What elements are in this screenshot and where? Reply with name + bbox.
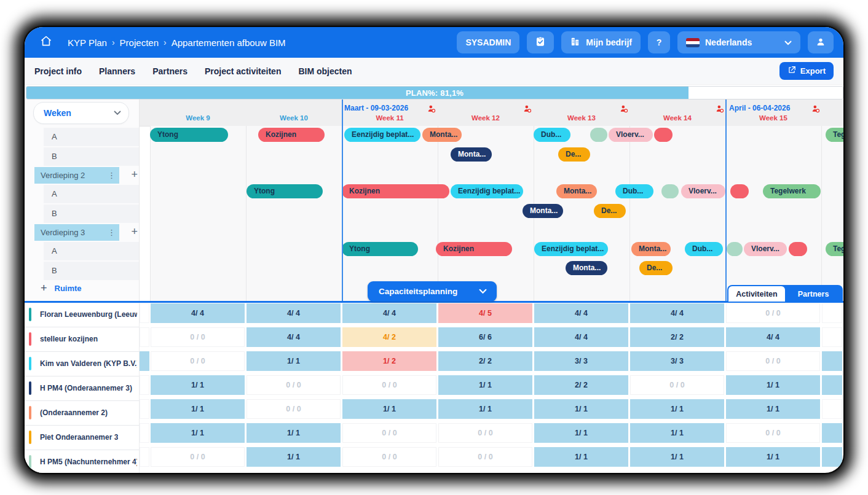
table-row[interactable]: H PM5 (Nachunternehmer 4) — [25, 450, 139, 473]
capacity-cell[interactable]: 1/ 1 — [247, 447, 341, 467]
gantt-bar[interactable] — [654, 128, 673, 142]
capacity-cell[interactable]: 1/ 1 — [151, 423, 245, 443]
sidebar-item-room[interactable]: A — [25, 184, 139, 204]
gantt-bar[interactable]: Ytong — [150, 128, 228, 142]
resource-warning-icon[interactable] — [427, 104, 436, 113]
sysadmin-button[interactable]: SYSADMIN — [457, 31, 519, 53]
capacity-cell[interactable]: 1/ 1 — [151, 399, 245, 419]
tab-activiteiten[interactable]: Activiteiten — [728, 286, 785, 302]
gantt-bar[interactable]: Tegelwerk — [826, 128, 843, 142]
gantt-bar[interactable]: Monta... — [523, 204, 563, 218]
gantt-bar[interactable]: Dub... — [685, 242, 723, 256]
table-row[interactable]: stelleur kozijnen — [25, 327, 139, 352]
capacity-cell[interactable]: 1/ 1 — [630, 447, 724, 467]
add-icon[interactable]: + — [131, 168, 138, 181]
sidebar-item-room[interactable]: B — [25, 204, 139, 224]
capacity-cell[interactable]: 0 / 0 — [247, 375, 341, 395]
capacity-cell[interactable]: 4/ 4 — [630, 303, 724, 323]
kebab-menu-icon[interactable]: ⋮ — [108, 228, 116, 236]
capacity-cell[interactable]: 1/ 1 — [151, 375, 245, 395]
resource-warning-icon[interactable] — [620, 104, 628, 113]
gantt-bar[interactable]: Kozijnen — [342, 184, 449, 198]
add-room-button[interactable]: + Ruimte — [41, 282, 82, 295]
capacity-cell[interactable]: 0 / 0 — [438, 447, 532, 467]
capacity-cell[interactable]: 1/ 1 — [438, 399, 532, 419]
capacity-cell[interactable]: 1/ 1 — [726, 375, 820, 395]
nav-link-project-info[interactable]: Project info — [34, 66, 82, 76]
gantt-bar[interactable] — [661, 184, 679, 198]
capacity-cell[interactable]: 4/ 4 — [726, 327, 820, 347]
sidebar-item-room[interactable]: B — [25, 147, 139, 166]
capacity-cell[interactable]: 0 / 0 — [726, 303, 820, 323]
gantt-bar[interactable]: Eenzijdig beplat... — [534, 242, 608, 256]
nav-link-bim-objecten[interactable]: BIM objecten — [298, 66, 352, 76]
capacity-cell[interactable]: 1/ 2 — [342, 351, 436, 371]
sidebar-item-floor[interactable]: Verdieping 3⋮+ — [25, 224, 139, 241]
capacity-cell[interactable]: 1/ 1 — [726, 447, 820, 467]
capacity-cell[interactable]: 3/ 3 — [630, 351, 724, 371]
capacity-cell[interactable]: 0 / 0 — [342, 375, 436, 395]
nav-link-planners[interactable]: Planners — [99, 66, 135, 76]
capacity-cell[interactable]: 4/ 4 — [247, 303, 341, 323]
gantt-bar[interactable]: De... — [594, 204, 626, 218]
capacity-cell[interactable]: 0 / 0 — [438, 423, 532, 443]
capacity-cell[interactable]: 1/ 1 — [534, 447, 628, 467]
gantt-bar[interactable] — [590, 128, 607, 142]
capacity-cell[interactable]: 4/ 4 — [534, 303, 628, 323]
table-row[interactable]: (Onderaannemer 2) — [25, 401, 139, 426]
capacity-cell[interactable]: 4/ 4 — [342, 303, 436, 323]
capacity-cell[interactable]: 2/ 2 — [534, 375, 628, 395]
gantt-bar[interactable]: Monta... — [422, 128, 462, 142]
capacity-cell[interactable]: 4/ 4 — [247, 327, 341, 347]
capacity-dropdown-button[interactable]: Capaciteitsplanning — [368, 281, 497, 302]
gantt-bar[interactable] — [730, 184, 749, 198]
capacity-cell[interactable]: 3/ 3 — [534, 351, 628, 371]
capacity-cell[interactable]: 1/ 1 — [630, 423, 724, 443]
capacity-cell[interactable]: 2/ 2 — [438, 351, 532, 371]
capacity-cell[interactable]: 0 / 0 — [151, 351, 245, 371]
table-row[interactable]: Piet Onderaannemer 3 — [25, 426, 139, 450]
sidebar-item-room[interactable]: A — [25, 127, 139, 147]
capacity-cell[interactable]: 4/ 5 — [438, 303, 532, 323]
company-button[interactable]: Mijn bedrijf — [561, 31, 641, 53]
tasks-button[interactable] — [527, 31, 554, 53]
gantt-bar[interactable]: Kozijnen — [436, 242, 512, 256]
sidebar-item-floor[interactable]: Verdieping 2⋮+ — [25, 166, 139, 184]
capacity-cell[interactable]: 0 / 0 — [726, 351, 820, 371]
capacity-cell[interactable]: 1/ 1 — [438, 375, 532, 395]
table-row[interactable]: Floran Leeuwenburg (Leeuwe... — [25, 303, 139, 327]
resource-warning-icon[interactable] — [811, 104, 820, 113]
capacity-cell[interactable]: 4/ 4 — [534, 327, 628, 347]
gantt-bar[interactable]: Dub... — [534, 128, 570, 142]
gantt-bar[interactable] — [789, 242, 807, 256]
add-icon[interactable]: + — [131, 225, 138, 238]
breadcrumb-item[interactable]: Projecten — [120, 37, 159, 48]
help-button[interactable]: ? — [648, 31, 670, 53]
capacity-cell[interactable]: 1/ 1 — [726, 399, 820, 419]
gantt-bar[interactable]: Monta... — [631, 242, 671, 256]
capacity-cell[interactable]: 0 / 0 — [342, 447, 436, 467]
gantt-bar[interactable]: Vloerv... — [744, 242, 787, 256]
capacity-cell[interactable]: 1/ 1 — [342, 399, 436, 419]
gantt-bar[interactable]: Vloerv... — [609, 128, 653, 142]
capacity-cell[interactable]: 0 / 0 — [726, 423, 820, 443]
breadcrumb-item[interactable]: Appartementen afbouw BIM — [172, 37, 286, 48]
gantt-bar[interactable]: Ytong — [342, 242, 418, 256]
capacity-cell[interactable]: 2/ 2 — [630, 327, 724, 347]
gantt-bar[interactable] — [727, 242, 743, 256]
table-row[interactable]: H PM4 (Onderaannemer 3) — [25, 376, 139, 401]
gantt-bar[interactable]: Monta... — [566, 261, 607, 275]
capacity-cell[interactable]: 4/ 4 — [151, 303, 245, 323]
capacity-cell[interactable]: 0 / 0 — [151, 447, 245, 467]
language-select[interactable]: Nederlands — [677, 31, 800, 53]
gantt-bar[interactable]: Eenzijdig beplat... — [451, 184, 523, 198]
gantt-bar[interactable]: De... — [558, 147, 590, 162]
tab-partners[interactable]: Partners — [785, 286, 842, 302]
user-button[interactable] — [808, 31, 834, 53]
table-row[interactable]: Kim van Valderen (KYP B.V.) — [25, 352, 139, 376]
capacity-cell[interactable]: 0 / 0 — [342, 423, 436, 443]
kebab-menu-icon[interactable]: ⋮ — [108, 171, 116, 179]
nav-link-partners[interactable]: Partners — [152, 66, 187, 76]
gantt-bar[interactable]: Ytong — [247, 184, 323, 198]
sidebar-item-room[interactable]: A — [25, 241, 139, 261]
